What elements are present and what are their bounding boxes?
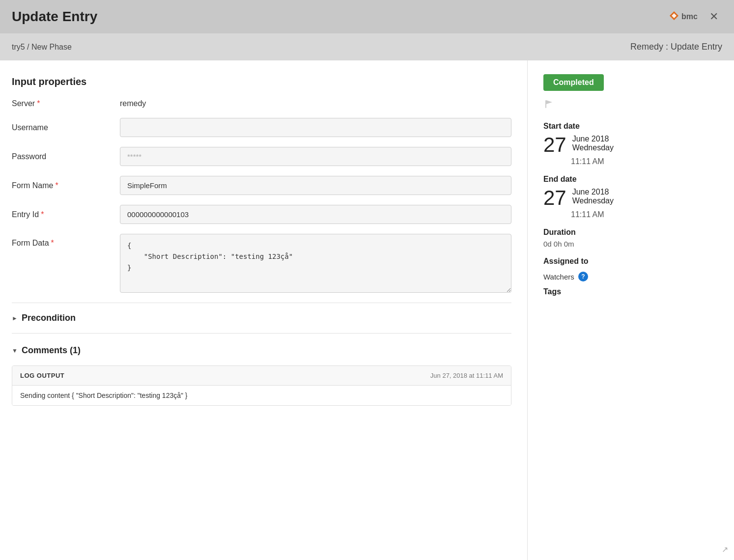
side-panel: Completed Start date 27 June 2018 Wednes… [528,60,734,560]
end-date-row: 27 June 2018 Wednesday [543,188,718,208]
svg-marker-3 [546,100,552,104]
start-date-details: June 2018 Wednesday [572,135,614,152]
close-button[interactable]: ✕ [706,9,722,24]
bmc-logo: bmc [669,10,698,24]
label-username: Username [12,123,120,132]
modal-title: Update Entry [12,9,97,25]
formdata-textarea[interactable]: { "Short Description": "testing 123çå" } [120,234,511,293]
assigned-label: Assigned to [543,257,718,266]
form-row-formdata: Form Data* { "Short Description": "testi… [12,234,511,293]
comments-header[interactable]: ▼ Comments (1) [12,345,511,356]
tags-label: Tags [543,287,561,296]
duration-section: Duration 0d 0h 0m [543,228,718,248]
username-input[interactable] [120,118,511,137]
log-output-card: LOG OUTPUT Jun 27, 2018 at 11:11 AM Send… [12,365,511,406]
modal-subheader: try5 / New Phase Remedy : Update Entry [0,33,734,60]
form-row-server: Server* remedy [12,99,511,108]
start-date-day: 27 [543,135,566,155]
watchers-row: Watchers ? [543,272,718,281]
end-date-label: End date [543,175,718,184]
main-content: Input properties Server* remedy Username… [0,60,528,560]
status-badge: Completed [543,74,604,91]
log-content: Sending content { "Short Description": "… [20,392,188,399]
watchers-label: Watchers [543,273,574,281]
resize-handle[interactable]: ↗ [722,545,728,554]
form-row-formname: Form Name* [12,176,511,195]
precondition-arrow: ► [12,315,18,322]
entryid-input[interactable] [120,205,511,224]
label-formdata: Form Data* [12,239,120,248]
end-date-section: End date 27 June 2018 Wednesday 11:11 AM [543,175,718,219]
comments-label: Comments (1) [22,345,81,356]
modal-container: Update Entry bmc ✕ try5 / New Phase Reme… [0,0,734,560]
end-date-weekday: Wednesday [572,196,614,205]
start-date-time: 11:11 AM [571,157,718,166]
watchers-help-icon[interactable]: ? [578,272,588,281]
password-input[interactable] [120,147,511,166]
log-output-header: LOG OUTPUT Jun 27, 2018 at 11:11 AM [12,366,511,386]
start-date-month-year: June 2018 [572,135,614,143]
section-title: Input properties [12,76,511,87]
form-row-password: Password [12,147,511,166]
start-date-label: Start date [543,122,718,131]
form-row-username: Username [12,118,511,137]
server-value: remedy [120,99,146,108]
comments-arrow: ▼ [12,347,18,354]
modal-body: Input properties Server* remedy Username… [0,60,734,560]
label-server: Server* [12,99,120,108]
end-date-details: June 2018 Wednesday [572,188,614,205]
end-date-day: 27 [543,188,566,208]
log-output-body: Sending content { "Short Description": "… [12,386,511,405]
start-date-row: 27 June 2018 Wednesday [543,135,718,155]
duration-label: Duration [543,228,718,237]
end-date-month-year: June 2018 [572,188,614,196]
remedy-label: Remedy : Update Entry [630,42,722,52]
breadcrumb: try5 / New Phase [12,43,72,52]
header-right: bmc ✕ [669,9,722,24]
formname-input[interactable] [120,176,511,195]
log-output-title: LOG OUTPUT [20,372,64,379]
modal-header: Update Entry bmc ✕ [0,0,734,33]
assigned-section: Assigned to [543,257,718,266]
precondition-label: Precondition [22,313,76,323]
label-password: Password [12,152,120,161]
bmc-logo-text: bmc [681,12,698,21]
comments-section: ▼ Comments (1) LOG OUTPUT Jun 27, 2018 a… [12,334,511,418]
end-date-time: 11:11 AM [571,210,718,219]
log-timestamp: Jun 27, 2018 at 11:11 AM [430,372,503,379]
duration-value: 0d 0h 0m [543,240,718,248]
label-formname: Form Name* [12,181,120,190]
label-entryid: Entry Id* [12,210,120,219]
tags-section: Tags [543,287,718,296]
start-date-weekday: Wednesday [572,143,614,152]
bmc-logo-icon [669,10,679,24]
start-date-section: Start date 27 June 2018 Wednesday 11:11 … [543,122,718,166]
form-row-entryid: Entry Id* [12,205,511,224]
flag-icon [543,99,718,112]
svg-rect-2 [545,100,546,108]
precondition-header[interactable]: ► Precondition [12,313,511,323]
precondition-section: ► Precondition [12,303,511,334]
